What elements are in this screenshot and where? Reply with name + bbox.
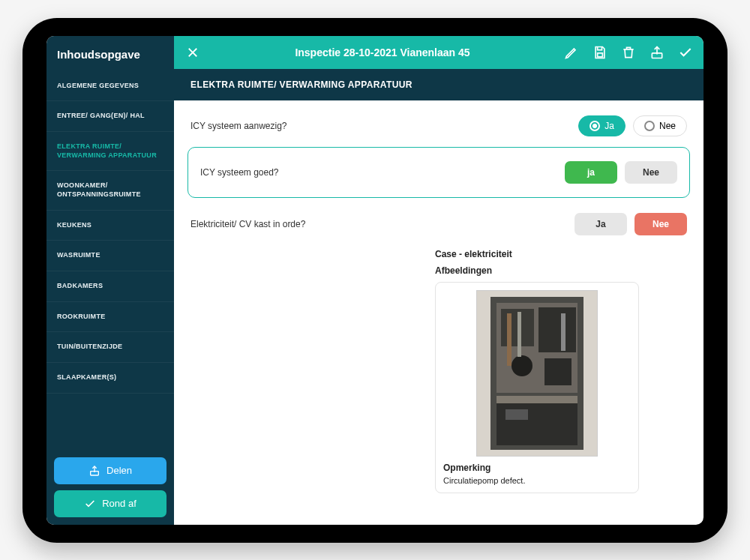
share-icon (88, 465, 100, 477)
option-no[interactable]: Nee (625, 161, 677, 184)
share-button-label: Delen (106, 465, 132, 476)
sidebar-footer: Delen Rond af (46, 450, 174, 525)
question-icy-present: ICY systeem aanwezig? Ja Nee (188, 111, 690, 141)
svg-rect-15 (561, 313, 566, 351)
svg-rect-11 (496, 396, 578, 403)
sidebar-title: Inhoudsopgave (46, 36, 174, 71)
image-box: Opmerking Circulatiepomp defect. (435, 282, 639, 493)
sidebar-item-wasruimte[interactable]: WASRUIMTE (46, 241, 174, 271)
radio-icon (644, 121, 655, 131)
svg-point-8 (512, 355, 532, 376)
trash-icon[interactable] (621, 45, 636, 60)
section-header: ELEKTRA RUIMTE/ VERWARMING APPARATUUR (174, 69, 704, 100)
note-text: Circulatiepomp defect. (443, 476, 631, 485)
sidebar-item-rookruimte[interactable]: ROOKRUIMTE (46, 302, 174, 333)
topbar-actions (564, 45, 693, 60)
case-title: Case - elektriciteit (435, 249, 690, 259)
share-button[interactable]: Delen (54, 457, 166, 484)
sidebar-item-general[interactable]: ALGEMENE GEGEVENS (46, 71, 174, 102)
close-button[interactable] (184, 44, 201, 61)
svg-rect-13 (507, 313, 512, 366)
svg-rect-12 (506, 409, 528, 420)
sidebar-item-badkamers[interactable]: BADKAMERS (46, 271, 174, 302)
option-no[interactable]: Nee (634, 213, 687, 235)
sidebar-list: ALGEMENE GEGEVENS ENTREE/ GANG(EN)/ HAL … (46, 71, 174, 450)
svg-rect-9 (544, 358, 572, 385)
sidebar: Inhoudsopgave ALGEMENE GEGEVENS ENTREE/ … (46, 36, 174, 525)
export-icon[interactable] (650, 45, 664, 60)
confirm-icon[interactable] (678, 45, 693, 60)
images-label: Afbeeldingen (435, 265, 690, 276)
question-icy-good: ICY systeem goed? ja Nee (188, 147, 690, 198)
sidebar-item-keukens[interactable]: KEUKENS (46, 211, 174, 241)
sidebar-item-slaapkamers[interactable]: SLAAPKAMER(S) (46, 363, 174, 394)
question-label: Elektriciteit/ CV kast in orde? (190, 219, 567, 229)
option-yes[interactable]: ja (565, 161, 617, 184)
svg-rect-1 (598, 52, 603, 56)
case-block: Case - elektriciteit Afbeeldingen (188, 249, 690, 493)
check-icon (84, 498, 96, 510)
complete-button[interactable]: Rond af (54, 490, 166, 517)
page-title: Inspectie 28-10-2021 Vianenlaan 45 (208, 46, 556, 58)
question-cv-kast: Elektriciteit/ CV kast in orde? Ja Nee (188, 208, 690, 240)
edit-icon[interactable] (564, 45, 579, 60)
sidebar-item-woonkamer[interactable]: WOONKAMER/ ONTSPANNINGSRUIMTE (46, 171, 174, 210)
option-label: Ja (604, 121, 614, 131)
screen: Inhoudsopgave ALGEMENE GEGEVENS ENTREE/ … (46, 36, 704, 525)
save-icon[interactable] (592, 45, 608, 60)
tablet-frame: Inhoudsopgave ALGEMENE GEGEVENS ENTREE/ … (22, 18, 728, 543)
option-yes[interactable]: Ja (574, 213, 627, 235)
toggle-icy-present: Ja Nee (578, 115, 687, 136)
complete-button-label: Rond af (102, 498, 136, 509)
content: ICY systeem aanwezig? Ja Nee (174, 100, 704, 525)
option-yes[interactable]: Ja (578, 115, 626, 136)
svg-rect-7 (538, 307, 576, 352)
svg-rect-14 (518, 312, 521, 357)
question-label: ICY systeem goed? (200, 167, 557, 178)
sidebar-item-entree[interactable]: ENTREE/ GANG(EN)/ HAL (46, 101, 174, 132)
sidebar-item-tuin[interactable]: TUIN/BUITENZIJDE (46, 332, 174, 363)
radio-icon (590, 121, 600, 131)
topbar: Inspectie 28-10-2021 Vianenlaan 45 (174, 36, 704, 69)
note-label: Opmerking (443, 463, 631, 473)
option-no[interactable]: Nee (633, 115, 687, 136)
sidebar-item-elektra[interactable]: ELEKTRA RUIMTE/ VERWARMING APPARATUUR (46, 132, 174, 171)
boiler-photo-icon (477, 291, 597, 456)
main: Inspectie 28-10-2021 Vianenlaan 45 ELEKT… (174, 36, 704, 525)
option-label: Nee (659, 121, 676, 131)
question-label: ICY systeem aanwezig? (190, 121, 571, 131)
case-photo[interactable] (476, 290, 598, 457)
close-icon (186, 46, 200, 59)
